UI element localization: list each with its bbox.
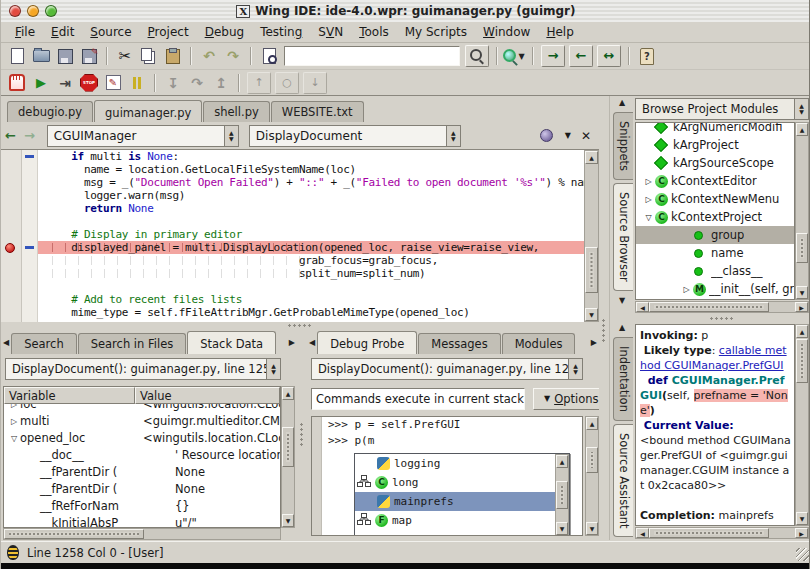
pause-debug-button[interactable]	[5, 72, 29, 94]
menu-help[interactable]: Help	[538, 23, 581, 41]
assistant-vscroll-thumb[interactable]	[796, 339, 808, 383]
completion-item[interactable]: mainprefs	[355, 492, 569, 511]
tab-shell.py[interactable]: shell.py	[203, 101, 270, 122]
tree-vscroll-thumb[interactable]	[796, 233, 808, 263]
tabs-scroll-left-icon[interactable]: ◀	[1, 338, 11, 347]
scroll-down-icon[interactable]: ▼	[585, 308, 598, 321]
editor-vscrollbar[interactable]: ▲ ▼	[584, 150, 599, 322]
popup-vscrollbar[interactable]: ▲ ▼	[555, 454, 569, 536]
browser-mode-combo[interactable]: Browse Project Modules ▲▼	[635, 98, 809, 120]
variable-row[interactable]: ▷multi<guimgr.multieditor.CMult	[4, 413, 280, 430]
search-in-editor-button[interactable]	[257, 45, 281, 67]
menu-tools[interactable]: Tools	[351, 23, 397, 41]
scroll-right-icon[interactable]: ▶	[795, 302, 808, 312]
run-to-cursor-button[interactable]: ⇥	[53, 72, 77, 94]
resize-grip[interactable]	[796, 548, 809, 561]
menu-file[interactable]: File	[7, 23, 43, 41]
code-editor[interactable]: if multi is None: name = location.GetLoc…	[1, 150, 599, 322]
scroll-up-icon[interactable]: ▲	[796, 325, 808, 338]
fold-gutter[interactable]	[22, 150, 38, 322]
dock-tabs-scroll-down-icon[interactable]: ▼	[610, 294, 634, 307]
tree-item-kargproject[interactable]: kArgProject	[636, 136, 794, 154]
history-menu-icon[interactable]	[540, 129, 553, 142]
edit-breakpoint-button[interactable]: ✎	[101, 72, 125, 94]
scope-combo-spinner[interactable]: ▲▼	[224, 126, 238, 146]
value-column-header[interactable]: Value	[135, 387, 280, 404]
fold-collapse-icon[interactable]	[25, 246, 34, 249]
module-browser-tree[interactable]: kArgNumericModifikArgProjectkArgSourceSc…	[635, 122, 795, 300]
console-vscroll-thumb[interactable]	[586, 447, 598, 473]
tabs-scroll-right-icon[interactable]: ▶	[287, 338, 297, 347]
variable-row[interactable]: __fRefForNam{}	[4, 498, 280, 515]
continue-debug-button[interactable]: ▶	[29, 72, 53, 94]
menu-source[interactable]: Source	[82, 23, 139, 41]
assistant-vscrollbar[interactable]: ▲ ▼	[795, 324, 809, 526]
menu-svn[interactable]: SVN	[310, 23, 351, 41]
tabs-scroll-left-icon[interactable]: ◀	[307, 338, 317, 347]
collapse-icon[interactable]: ▽	[642, 213, 655, 222]
goto-next-point-button[interactable]: →	[541, 45, 565, 67]
tab-guimanager.py[interactable]: guimanager.py	[94, 100, 202, 123]
scroll-up-icon[interactable]: ▲	[586, 417, 598, 430]
spin-down-icon[interactable]: ▼	[573, 369, 578, 375]
frame-down-button[interactable]: ↓	[303, 72, 327, 94]
scripts-help-button[interactable]: ?	[635, 45, 659, 67]
dock-tabs-scroll-up-icon[interactable]: ▲	[610, 321, 634, 334]
tree-item-kcontextproject[interactable]: ▽CkContextProject	[636, 208, 794, 226]
spin-down-icon[interactable]: ▼	[229, 136, 234, 142]
probe-frame-spinner[interactable]: ▲▼	[568, 359, 582, 379]
stop-debug-button[interactable]: STOP	[77, 72, 101, 94]
menu-window[interactable]: Window	[475, 23, 538, 41]
expand-icon[interactable]: ▷	[680, 285, 693, 294]
variable-row[interactable]: __kInitialAbsPu"/"	[4, 515, 280, 527]
dock-tab-source-browser[interactable]: Source Browser	[613, 183, 634, 291]
browser-mode-spinner[interactable]: ▲▼	[794, 99, 808, 119]
table-hscroll-thumb[interactable]	[4, 529, 144, 539]
spin-down-icon[interactable]: ▼	[271, 369, 276, 375]
dock-tab-snippets[interactable]: Snippets	[613, 112, 634, 180]
completion-item[interactable]: Clong	[355, 473, 569, 492]
bottom-panels-splitter[interactable]	[297, 330, 307, 540]
save-as-button[interactable]	[77, 45, 101, 67]
paste-button[interactable]	[161, 45, 185, 67]
variable-row[interactable]: __fParentDir (None	[4, 464, 280, 481]
breakpoint-icon[interactable]	[5, 243, 15, 253]
new-file-button[interactable]	[5, 45, 29, 67]
tree-item-kcontexteditor[interactable]: ▷CkContextEditor	[636, 172, 794, 190]
menu-project[interactable]: Project	[140, 23, 197, 41]
step-into-button[interactable]: ↧	[161, 72, 185, 94]
tab-modules[interactable]: Modules	[502, 333, 576, 354]
close-editor-icon[interactable]: ✕	[581, 129, 591, 143]
tree-item-kcontextnewmenu[interactable]: ▷CkContextNewMenu	[636, 190, 794, 208]
editor-menu-caret-icon[interactable]: ▼	[565, 131, 571, 140]
tab-messages[interactable]: Messages	[418, 333, 500, 354]
spin-down-icon[interactable]: ▼	[799, 109, 804, 115]
tab-debug-probe[interactable]: Debug Probe	[317, 331, 417, 354]
scroll-up-icon[interactable]: ▲	[796, 123, 808, 136]
search-button[interactable]	[465, 45, 489, 67]
fold-collapse-icon[interactable]	[25, 155, 34, 158]
console-vscrollbar[interactable]: ▲ ▼	[585, 416, 599, 536]
history-back-icon[interactable]: ←	[5, 128, 16, 143]
expand-icon[interactable]: ▷	[8, 413, 20, 430]
cut-button[interactable]: ✂	[113, 45, 137, 67]
dock-inner-splitter[interactable]	[633, 313, 810, 324]
redo-button[interactable]: ↷	[221, 45, 245, 67]
dock-tabs-scroll-up-icon[interactable]: ▲	[610, 96, 634, 109]
scroll-left-icon[interactable]: ◀	[636, 302, 649, 312]
tree-item-name[interactable]: name	[636, 244, 794, 262]
stack-frame-spinner[interactable]: ▲▼	[266, 359, 280, 379]
tree-hscrollbar[interactable]: ◀ ▶	[635, 301, 809, 313]
scope-combo[interactable]: CGUIManager ▲▼	[47, 125, 239, 147]
toolbar-search-input[interactable]	[284, 46, 460, 66]
assistant-hscrollbar[interactable]: ◀ ▶	[635, 527, 809, 539]
spin-down-icon[interactable]: ▼	[451, 136, 456, 142]
commands-note-field[interactable]: Commands execute in current stack fr	[311, 388, 525, 410]
editor-bottom-splitter[interactable]	[1, 322, 599, 330]
tabs-scroll-right-icon[interactable]: ▶	[589, 338, 599, 347]
expand-icon[interactable]: ▷	[8, 404, 20, 413]
symbol-combo[interactable]: DisplayDocument ▲▼	[249, 125, 461, 147]
tree-hscroll-thumb[interactable]	[649, 302, 769, 312]
code-area[interactable]: if multi is None: name = location.GetLoc…	[38, 150, 584, 322]
expand-icon[interactable]: ▷	[642, 195, 655, 204]
